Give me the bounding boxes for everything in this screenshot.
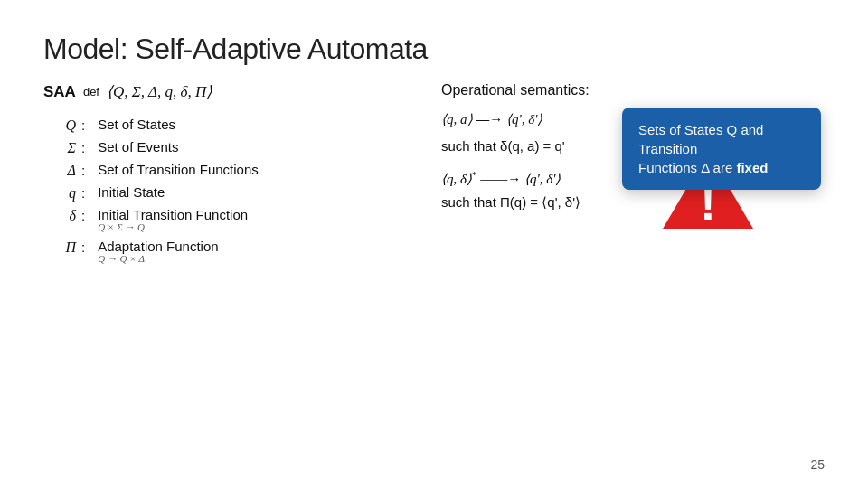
item-symbol-q-init: q — [43, 185, 76, 201]
slide: Model: Self-Adaptive Automata SAA def ⟨Q… — [0, 0, 868, 488]
tooltip-line1: Sets of States Q and Transition — [638, 122, 763, 156]
list-item: δ : Initial Transition Function Q × Σ → … — [43, 208, 423, 232]
list-item: Q : Set of States — [43, 117, 423, 133]
right-panel: Operational semantics: ⟨q, a⟩ —→ ⟨q', δ'… — [423, 82, 825, 271]
saa-math: ⟨Q, Σ, Δ, q, δ, Π⟩ — [107, 82, 212, 101]
list-item: Δ : Set of Transition Functions — [43, 163, 423, 178]
list-item: q : Initial State — [43, 185, 423, 201]
items-list: Q : Set of States Σ : Set of Events Δ : — [43, 117, 423, 264]
operations-title: Operational semantics: — [441, 82, 825, 99]
slide-title: Model: Self-Adaptive Automata — [43, 33, 825, 66]
item-symbol-pi: Π — [43, 239, 76, 255]
item-desc-delta-set: Set of Transition Functions — [98, 163, 259, 176]
item-symbol-q: Q — [43, 117, 76, 133]
tooltip-line2: Functions Δ are — [638, 160, 732, 175]
tooltip-bubble: Sets of States Q and Transition Function… — [622, 108, 821, 190]
saa-label: SAA — [43, 83, 76, 101]
list-item: Σ : Set of Events — [43, 140, 423, 155]
item-desc-q-init: Initial State — [98, 185, 165, 199]
op-line-4: such that Π(q) = ⟨q', δ'⟩ — [441, 192, 825, 212]
content-area: SAA def ⟨Q, Σ, Δ, q, δ, Π⟩ Q : Set of St… — [43, 82, 825, 271]
def-sign: def — [83, 85, 99, 99]
item-symbol-sigma: Σ — [43, 140, 76, 155]
item-subdesc-delta-func: Q × Σ → Q — [98, 222, 248, 232]
item-desc-sigma: Set of Events — [98, 140, 178, 154]
left-panel: SAA def ⟨Q, Σ, Δ, q, δ, Π⟩ Q : Set of St… — [43, 82, 423, 271]
tooltip-bold-word: fixed — [736, 160, 768, 175]
list-item: Π : Adaptation Function Q → Q × Δ — [43, 239, 423, 264]
item-desc-delta-func: Initial Transition Function — [98, 208, 248, 221]
saa-definition: SAA def ⟨Q, Σ, Δ, q, δ, Π⟩ — [43, 82, 423, 101]
item-desc-q: Set of States — [98, 117, 175, 131]
item-desc-pi: Adaptation Function — [98, 239, 218, 253]
item-symbol-delta-func: δ — [43, 208, 76, 223]
page-number: 25 — [810, 457, 825, 472]
item-symbol-delta-set: Δ — [43, 163, 76, 178]
item-subdesc-pi: Q → Q × Δ — [98, 254, 218, 264]
